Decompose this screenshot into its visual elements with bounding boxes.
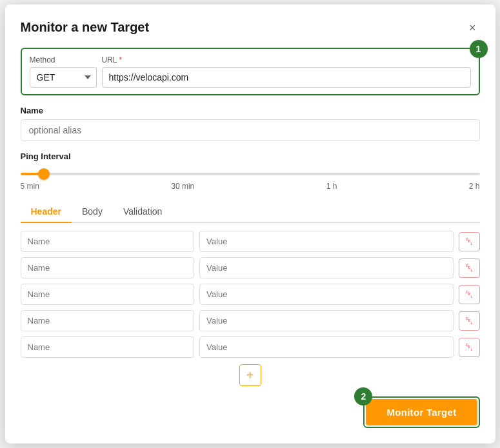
tab-body[interactable]: Body — [72, 201, 113, 223]
url-label: URL * — [102, 55, 471, 64]
add-row-button[interactable]: + — [239, 364, 261, 386]
ping-interval-label: Ping Interval — [21, 151, 480, 161]
ping-label-5min: 5 min — [21, 182, 39, 191]
method-column: Method GET POST PUT PATCH DELETE HEAD OP… — [30, 55, 97, 88]
delete-row-button-1[interactable]: ␡ — [459, 232, 480, 251]
ping-label-2h: 2 h — [469, 182, 480, 191]
ping-label-30min: 30 min — [171, 182, 194, 191]
header-name-input-3[interactable] — [21, 284, 195, 305]
monitor-button-wrapper: 2 Monitor Target — [363, 396, 479, 428]
table-row: ␡ — [21, 336, 480, 358]
ping-labels: 5 min 30 min 1 h 2 h — [21, 182, 480, 191]
table-row: ␡ — [21, 310, 480, 331]
ping-interval-section: Ping Interval 5 min 30 min 1 h 2 h — [21, 151, 480, 191]
name-input[interactable] — [21, 119, 480, 141]
header-rows: ␡ ␡ ␡ ␡ ␡ — [21, 231, 480, 358]
header-value-input-2[interactable] — [199, 257, 453, 278]
url-input[interactable] — [102, 67, 471, 88]
header-value-input-1[interactable] — [199, 231, 453, 252]
step1-number: 1 — [470, 40, 488, 58]
header-name-input-4[interactable] — [21, 310, 195, 331]
tabs: Header Body Validation — [21, 201, 480, 223]
slider-wrapper — [21, 166, 480, 178]
table-row: ␡ — [21, 257, 480, 278]
delete-row-button-4[interactable]: ␡ — [459, 311, 480, 331]
method-select[interactable]: GET POST PUT PATCH DELETE HEAD OPTIONS — [30, 67, 97, 88]
header-value-input-5[interactable] — [199, 336, 453, 358]
header-name-input-1[interactable] — [21, 231, 195, 252]
step1-box: 1 Method GET POST PUT PATCH DELETE HEAD … — [21, 48, 480, 95]
method-url-row: Method GET POST PUT PATCH DELETE HEAD OP… — [30, 55, 471, 88]
url-column: URL * — [102, 55, 471, 88]
delete-row-button-2[interactable]: ␡ — [459, 258, 480, 278]
modal-header: Monitor a new Target × — [21, 20, 480, 35]
url-required-mark: * — [119, 55, 122, 64]
tab-header[interactable]: Header — [21, 201, 72, 223]
name-label: Name — [21, 106, 480, 115]
ping-interval-slider[interactable] — [21, 173, 480, 175]
modal: Monitor a new Target × 1 Method GET POST… — [5, 5, 495, 443]
monitor-target-button[interactable]: Monitor Target — [366, 399, 477, 425]
header-value-input-4[interactable] — [199, 310, 453, 331]
header-name-input-2[interactable] — [21, 257, 195, 278]
tab-validation[interactable]: Validation — [113, 201, 172, 223]
method-label: Method — [30, 55, 97, 64]
header-value-input-3[interactable] — [199, 284, 453, 305]
ping-label-1h: 1 h — [326, 182, 337, 191]
modal-footer: 2 Monitor Target — [21, 396, 480, 428]
delete-row-button-5[interactable]: ␡ — [459, 338, 480, 357]
close-button[interactable]: × — [465, 21, 480, 35]
header-name-input-5[interactable] — [21, 336, 195, 358]
table-row: ␡ — [21, 284, 480, 305]
modal-title: Monitor a new Target — [21, 20, 150, 35]
monitor-btn-outer: Monitor Target — [363, 396, 479, 428]
delete-row-button-3[interactable]: ␡ — [459, 285, 480, 304]
table-row: ␡ — [21, 231, 480, 252]
